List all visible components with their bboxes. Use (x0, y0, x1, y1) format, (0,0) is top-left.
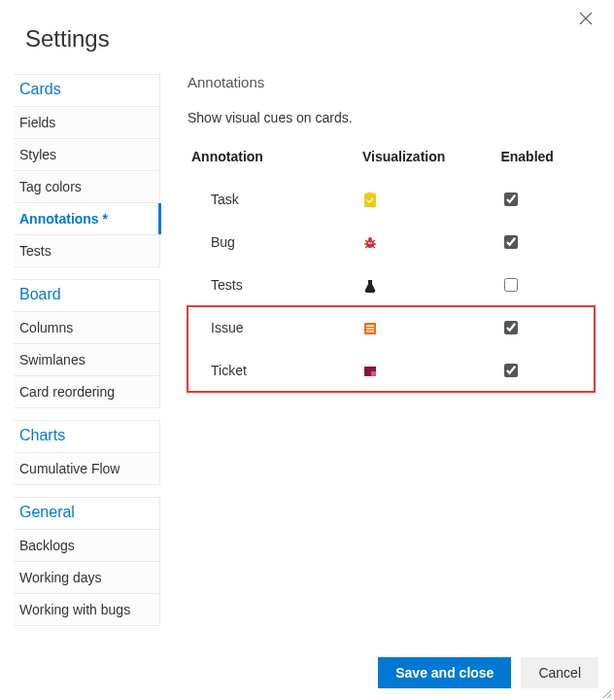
annotation-row-bug: Bug (188, 221, 595, 263)
annotation-row-issue: Issue (188, 306, 595, 349)
save-and-close-button[interactable]: Save and close (378, 657, 511, 688)
svg-point-13 (370, 242, 372, 244)
svg-line-10 (365, 246, 368, 248)
sidebar-item-tests[interactable]: Tests (14, 235, 159, 266)
sidebar-group-header: Board (14, 280, 159, 312)
sidebar-group-header: Charts (14, 421, 159, 453)
svg-rect-3 (367, 192, 373, 195)
close-button[interactable] (579, 12, 597, 29)
annotations-table: Annotation Visualization Enabled TaskBug… (188, 143, 595, 392)
ticket-icon (362, 364, 378, 379)
visualization-cell (358, 349, 496, 392)
enabled-cell (496, 178, 595, 221)
annotation-row-ticket: Ticket (188, 349, 595, 392)
sidebar-item-backlogs[interactable]: Backlogs (14, 530, 159, 562)
svg-rect-16 (366, 328, 374, 329)
svg-line-8 (365, 240, 368, 242)
sidebar-item-fields[interactable]: Fields (14, 107, 159, 139)
issue-icon (362, 321, 378, 336)
annotation-label: Task (188, 178, 358, 221)
sidebar-group: CardsFieldsStylesTag colorsAnnotations *… (14, 74, 160, 267)
svg-line-20 (603, 690, 611, 698)
section-description: Show visual cues on cards. (188, 110, 595, 125)
column-header-annotation: Annotation (188, 143, 358, 178)
enabled-cell (496, 349, 595, 392)
sidebar-item-annotations[interactable]: Annotations * (14, 203, 159, 235)
annotation-label: Tests (188, 263, 358, 306)
sidebar-item-working-with-bugs[interactable]: Working with bugs (14, 594, 159, 625)
settings-dialog: Settings CardsFieldsStylesTag colorsAnno… (0, 0, 614, 700)
enabled-cell (496, 221, 595, 263)
enabled-checkbox-ticket[interactable] (504, 364, 518, 377)
enabled-checkbox-issue[interactable] (504, 321, 518, 334)
resize-grip[interactable] (600, 686, 612, 698)
close-icon (579, 12, 593, 25)
visualization-cell (358, 306, 496, 349)
cancel-button[interactable]: Cancel (521, 657, 598, 688)
sidebar-group: GeneralBacklogsWorking daysWorking with … (14, 497, 160, 626)
svg-point-12 (368, 242, 370, 244)
tests-icon (362, 278, 378, 294)
sidebar-group-header: General (14, 498, 159, 530)
visualization-cell (358, 221, 496, 263)
sidebar-item-tag-colors[interactable]: Tag colors (14, 171, 159, 203)
column-header-visualization: Visualization (358, 143, 496, 178)
annotation-label: Issue (188, 306, 358, 349)
annotation-label: Bug (188, 221, 358, 263)
enabled-cell (496, 263, 595, 306)
dialog-footer: Save and close Cancel (378, 657, 598, 688)
svg-line-9 (372, 240, 375, 242)
enabled-checkbox-bug[interactable] (504, 235, 518, 249)
sidebar-item-card-reordering[interactable]: Card reordering (14, 376, 159, 407)
sidebar-item-columns[interactable]: Columns (14, 312, 159, 344)
sidebar-group-header: Cards (14, 75, 159, 107)
sidebar-item-styles[interactable]: Styles (14, 139, 159, 171)
svg-line-22 (610, 697, 611, 698)
column-header-enabled: Enabled (496, 143, 595, 178)
task-icon (362, 192, 378, 208)
annotation-row-task: Task (188, 178, 595, 221)
enabled-cell (496, 306, 595, 349)
svg-rect-15 (366, 325, 374, 326)
bug-icon (362, 235, 378, 251)
enabled-checkbox-tests[interactable] (504, 278, 518, 292)
svg-rect-17 (366, 331, 374, 332)
sidebar-item-cumulative-flow[interactable]: Cumulative Flow (14, 453, 159, 484)
visualization-cell (358, 263, 496, 306)
highlighted-rows: IssueTicket (188, 306, 595, 392)
sidebar-group: BoardColumnsSwimlanesCard reordering (14, 279, 160, 408)
section-heading: Annotations (188, 74, 595, 90)
visualization-cell (358, 178, 496, 221)
annotation-row-tests: Tests (188, 263, 595, 306)
sidebar-item-swimlanes[interactable]: Swimlanes (14, 344, 159, 376)
svg-line-11 (372, 246, 375, 248)
settings-sidebar: CardsFieldsStylesTag colorsAnnotations *… (0, 74, 160, 638)
dialog-title: Settings (0, 0, 614, 52)
svg-point-5 (368, 237, 372, 241)
enabled-checkbox-task[interactable] (504, 192, 518, 206)
settings-main: Annotations Show visual cues on cards. A… (160, 74, 614, 638)
sidebar-group: ChartsCumulative Flow (14, 420, 160, 485)
sidebar-item-working-days[interactable]: Working days (14, 562, 159, 594)
annotation-label: Ticket (188, 349, 358, 392)
svg-rect-19 (371, 371, 376, 376)
